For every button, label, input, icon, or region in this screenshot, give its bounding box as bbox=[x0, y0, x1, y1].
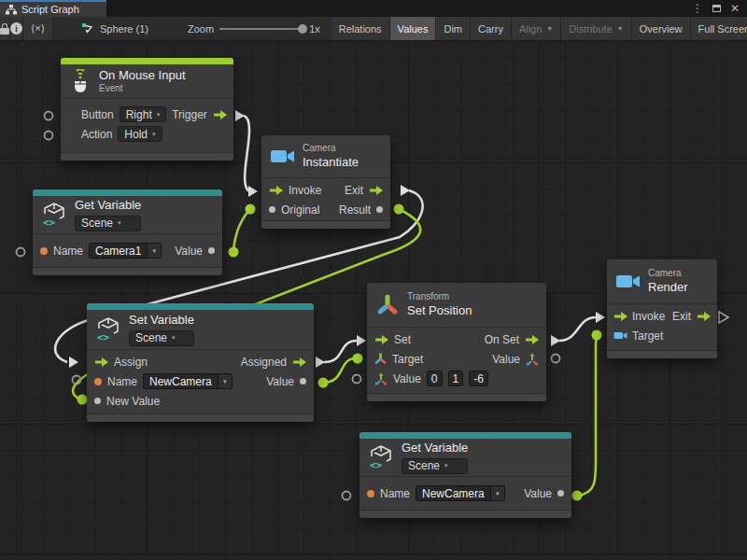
newvalue-port-dot[interactable] bbox=[94, 398, 101, 404]
vector-x-input[interactable]: 0 bbox=[427, 371, 443, 386]
newvalue-port-label: New Value bbox=[106, 395, 160, 408]
node-category: Camera bbox=[648, 268, 688, 280]
flow-arrow-icon bbox=[374, 335, 388, 344]
value-port-setvar-value-out[interactable] bbox=[318, 378, 329, 388]
node-footer bbox=[367, 393, 546, 401]
info-button[interactable]: i bbox=[10, 17, 23, 40]
field-caret-icon[interactable]: ▾ bbox=[148, 243, 162, 259]
graph-breadcrumb[interactable]: Sphere (1) bbox=[74, 17, 156, 40]
port-setvar-name-in[interactable] bbox=[73, 376, 81, 385]
graph-canvas[interactable]: On Mouse Input Event Button Right▾ Trigg… bbox=[0, 41, 747, 560]
wire-value-to-target bbox=[323, 358, 356, 383]
button-port-label: Button bbox=[81, 108, 114, 121]
port-mouse-action-in[interactable] bbox=[45, 132, 53, 140]
value-out-port-label: Value bbox=[492, 353, 520, 366]
node-category: Transform bbox=[407, 291, 472, 303]
overview-button[interactable]: Overview bbox=[632, 17, 691, 40]
name-port-dot[interactable] bbox=[94, 378, 102, 385]
flow-port-assigned-out[interactable] bbox=[316, 357, 325, 368]
dim-button[interactable]: Dim bbox=[436, 17, 471, 40]
distribute-button[interactable]: Distribute▼ bbox=[561, 17, 631, 40]
port-transform-value-out[interactable] bbox=[552, 355, 560, 363]
flow-arrow-icon bbox=[697, 312, 711, 321]
variable-scope-dropdown[interactable]: Scene▾ bbox=[75, 216, 141, 231]
wire-onset-to-invoke bbox=[559, 317, 596, 341]
node-get-variable-camera1[interactable]: <> Get Variable Scene▾ Name Camera1▾ Val… bbox=[33, 189, 222, 275]
result-port-dot[interactable] bbox=[376, 206, 383, 213]
lock-button[interactable] bbox=[0, 17, 10, 40]
value-port-newcamera-out[interactable] bbox=[572, 491, 583, 501]
port-transform-value-in[interactable] bbox=[353, 375, 361, 384]
zoom-slider-handle[interactable] bbox=[298, 24, 307, 34]
value-port-dot[interactable] bbox=[208, 247, 215, 254]
exit-port-label: Exit bbox=[672, 310, 691, 323]
node-camera-render[interactable]: Camera Render Invoke Exit Target bbox=[607, 259, 717, 358]
port-getvar2-name-in[interactable] bbox=[343, 492, 351, 500]
variable-name-field[interactable]: NewCamera▾ bbox=[416, 485, 505, 501]
mouse-action-dropdown[interactable]: Hold▾ bbox=[118, 126, 162, 142]
variable-name-field[interactable]: Camera1▾ bbox=[89, 243, 162, 259]
camera-icon bbox=[615, 273, 641, 290]
node-get-variable-newcamera[interactable]: <> Get Variable Scene▾ Name NewCamera▾ V… bbox=[359, 432, 571, 518]
flow-port-set-in[interactable] bbox=[357, 335, 366, 346]
vector-z-input[interactable]: -6 bbox=[469, 371, 488, 386]
value-port-camera1-out[interactable] bbox=[229, 247, 239, 258]
wire-newcamera-to-target bbox=[577, 335, 597, 496]
relations-button[interactable]: Relations bbox=[331, 17, 390, 40]
align-button[interactable]: Align▼ bbox=[512, 17, 561, 40]
node-title: Get Variable bbox=[75, 198, 141, 213]
flow-port-render-invoke-in[interactable] bbox=[596, 312, 605, 323]
result-port-label: Result bbox=[339, 203, 371, 217]
variable-scope-dropdown[interactable]: Scene▾ bbox=[402, 458, 468, 474]
mouse-event-icon bbox=[69, 69, 92, 93]
node-set-variable[interactable]: <> Set Variable Scene▾ Assign Assigned bbox=[87, 303, 314, 422]
mouse-button-dropdown[interactable]: Right▾ bbox=[120, 106, 167, 122]
action-port-label: Action bbox=[81, 128, 112, 141]
value-port-dot[interactable] bbox=[557, 490, 564, 497]
value-port-result-out[interactable] bbox=[394, 204, 404, 215]
value-port-newvalue-in[interactable] bbox=[78, 395, 88, 405]
node-on-mouse-input[interactable]: On Mouse Input Event Button Right▾ Trigg… bbox=[61, 58, 233, 161]
flow-arrow-icon bbox=[613, 312, 627, 321]
tab-script-graph[interactable]: Script Graph bbox=[0, 0, 106, 17]
variable-scope-dropdown[interactable]: Scene▾ bbox=[129, 330, 194, 346]
value-port-transform-target-in[interactable] bbox=[353, 354, 363, 364]
title-bar: Script Graph ⋮ ✕ bbox=[0, 0, 747, 17]
name-port-dot[interactable] bbox=[367, 490, 374, 497]
invoke-port-label: Invoke bbox=[632, 310, 665, 323]
flow-arrow-icon bbox=[525, 335, 539, 344]
node-category: Camera bbox=[303, 143, 359, 155]
zoom-slider[interactable] bbox=[219, 28, 303, 30]
fullscreen-button[interactable]: Full Screen bbox=[691, 17, 747, 40]
flow-port-trigger-out[interactable] bbox=[235, 110, 245, 121]
values-button[interactable]: Values bbox=[390, 17, 437, 40]
port-getvar1-name-in[interactable] bbox=[17, 248, 25, 257]
flow-port-invoke-in[interactable] bbox=[248, 186, 258, 197]
value-port-render-target-in[interactable] bbox=[592, 330, 602, 341]
node-camera-instantiate[interactable]: Camera Instantiate Invoke Exit Original … bbox=[261, 135, 390, 229]
variable-name-field[interactable]: NewCamera▾ bbox=[143, 373, 233, 389]
node-transform-set-position[interactable]: Transform Set Position Set On Set Targe bbox=[367, 283, 546, 401]
close-icon[interactable]: ✕ bbox=[730, 2, 740, 15]
original-port-dot[interactable] bbox=[269, 206, 275, 213]
flow-port-onset-out[interactable] bbox=[551, 335, 560, 346]
node-footer bbox=[33, 267, 222, 275]
vector-y-input[interactable]: 1 bbox=[448, 371, 464, 386]
kebab-menu-icon[interactable]: ⋮ bbox=[692, 2, 703, 15]
value-port-dot[interactable] bbox=[300, 378, 306, 385]
name-port-label: Name bbox=[53, 245, 83, 258]
field-caret-icon[interactable]: ▾ bbox=[491, 485, 505, 501]
variable-icon: <> bbox=[41, 203, 67, 228]
port-mouse-button-in[interactable] bbox=[45, 112, 53, 120]
field-caret-icon[interactable]: ▾ bbox=[218, 373, 233, 389]
flow-port-render-exit-out[interactable] bbox=[719, 312, 728, 323]
value-port-original-in[interactable] bbox=[246, 204, 256, 215]
carry-button[interactable]: Carry bbox=[471, 17, 512, 40]
maximize-icon[interactable] bbox=[712, 5, 721, 12]
flow-port-assign-in[interactable] bbox=[69, 357, 78, 368]
zoom-label: Zoom bbox=[188, 23, 214, 35]
flow-port-exit-out[interactable] bbox=[401, 185, 410, 196]
value-port-label: Value bbox=[266, 375, 294, 388]
code-preview-button[interactable]: ⟨×⟩ bbox=[23, 17, 53, 40]
name-port-dot[interactable] bbox=[40, 247, 48, 255]
